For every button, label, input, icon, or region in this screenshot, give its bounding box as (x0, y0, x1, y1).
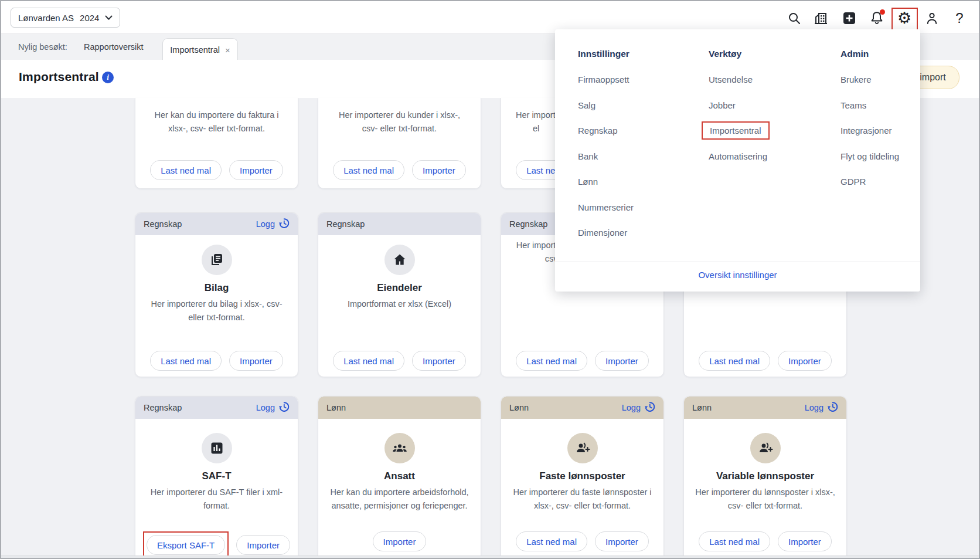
menu-item-annotation-box: Importsentral (702, 121, 770, 140)
card-title: SAF-T (135, 470, 298, 482)
page-title: Importsentral (19, 70, 99, 84)
tab-label: Importsentral (170, 45, 220, 55)
card-category-label: Regnskap (144, 219, 182, 229)
company-switch-icon[interactable] (813, 8, 831, 28)
search-icon[interactable] (785, 8, 803, 28)
card-description: Her kan du importere arbeidsforhold,ansa… (318, 486, 481, 513)
download-template-button[interactable]: Last ned mal (333, 160, 404, 180)
import-button[interactable]: Importer (595, 351, 649, 371)
menu-item-flyt-og-tildeling[interactable]: Flyt og tildeling (841, 144, 899, 170)
settings-dropdown-menu: Oversikt innstillinger InnstillingerFirm… (555, 29, 920, 292)
card-category-label: Lønn (326, 403, 346, 412)
import-button[interactable]: Importer (778, 351, 832, 371)
import-card: Her kan du importere du faktura ixlsx-, … (135, 98, 298, 189)
menu-item-teams[interactable]: Teams (841, 93, 899, 118)
menu-divider (555, 262, 920, 262)
download-template-button[interactable]: Last ned mal (150, 160, 222, 180)
logg-link[interactable]: Logg (805, 401, 838, 414)
card-actions: Last ned malImporter (135, 160, 298, 180)
recent-label: Nylig besøkt: (18, 42, 67, 52)
close-icon[interactable]: × (225, 45, 230, 55)
import-card-ansatt: Lønn AnsattHer kan du importere arbeidsf… (318, 396, 481, 556)
import-card-bilag: RegnskapLogg BilagHer importerer du bila… (135, 212, 298, 377)
chevron-down-icon (105, 12, 113, 23)
logg-link[interactable]: Logg (256, 218, 290, 231)
settings-gear-icon[interactable]: ⚙ (896, 8, 913, 28)
menu-item-utsendelse[interactable]: Utsendelse (709, 67, 770, 93)
menu-item-salg[interactable]: Salg (578, 93, 634, 118)
info-icon[interactable]: i (102, 72, 114, 83)
card-category-label: Regnskap (144, 403, 182, 412)
card-title: Ansatt (318, 470, 481, 482)
download-template-button[interactable]: Last ned mal (516, 351, 587, 371)
bottom-edge-strip (1, 555, 979, 559)
menu-item-automatisering[interactable]: Automatisering (709, 144, 770, 170)
topbar-icon-group: ⚙ ? (785, 5, 968, 31)
card-description: Importformat er xlsx (Excel) (318, 297, 481, 311)
export-saft-annotation-box: Eksport SAF-T (143, 531, 229, 556)
export-saft-button[interactable]: Eksport SAF-T (147, 535, 225, 555)
download-template-button[interactable]: Last ned mal (516, 531, 587, 551)
download-template-button[interactable]: Last ned mal (699, 351, 770, 371)
notifications-bell-icon[interactable] (868, 8, 886, 28)
card-description: Her importerer du kunder i xlsx-,csv- el… (318, 109, 481, 135)
logg-link[interactable]: Logg (256, 401, 290, 414)
add-square-icon[interactable] (841, 8, 858, 28)
download-template-button[interactable]: Last ned mal (150, 351, 222, 371)
card-actions: Importer (318, 531, 481, 551)
import-card-saf-t: RegnskapLogg SAF-THer importerer du SAF-… (135, 396, 298, 556)
help-icon[interactable]: ? (951, 8, 968, 28)
logg-link[interactable]: Logg (622, 401, 655, 414)
menu-column-header: Admin (841, 45, 899, 63)
menu-item-jobber[interactable]: Jobber (709, 93, 770, 118)
import-button[interactable]: Importer (229, 351, 283, 371)
menu-item-nummerserier[interactable]: Nummerserier (578, 195, 634, 221)
person-add-icon (567, 433, 598, 463)
menu-item-bank[interactable]: Bank (578, 144, 634, 170)
card-category-label: Regnskap (326, 219, 365, 229)
card-category-label: Regnskap (509, 219, 547, 229)
menu-item-dimensjoner[interactable]: Dimensjoner (578, 220, 634, 246)
company-selector[interactable]: Lønvarden AS 2024 (11, 8, 120, 28)
card-actions: Last ned malImporter (684, 351, 846, 371)
import-button[interactable]: Importer (778, 531, 832, 551)
download-template-button[interactable]: Last ned mal (699, 531, 770, 551)
card-actions: Last ned malImporter (684, 531, 846, 551)
company-name: Lønvarden AS (18, 13, 74, 23)
settings-overview-link[interactable]: Oversikt innstillinger (555, 270, 920, 280)
profile-person-icon[interactable] (923, 8, 941, 28)
menu-column-innstillinger: InnstillingerFirmaoppsettSalgRegnskapBan… (578, 45, 634, 246)
card-category-label: Lønn (692, 403, 712, 412)
history-icon (278, 218, 290, 231)
import-button[interactable]: Importer (236, 535, 290, 555)
import-button[interactable]: Importer (595, 531, 649, 551)
menu-column-header: Innstillinger (578, 45, 634, 63)
menu-column-header: Verktøy (709, 45, 770, 63)
menu-item-integrasjoner[interactable]: Integrasjoner (841, 118, 899, 144)
tab-importsentral[interactable]: Importsentral × (162, 38, 238, 61)
menu-item-importsentral[interactable]: Importsentral (709, 118, 770, 144)
card-title: Bilag (135, 282, 298, 294)
bar-chart-icon (202, 433, 232, 463)
card-header: Lønn (318, 397, 481, 419)
card-description: Her importerer du lønnsposter i xlsx-,cs… (684, 486, 846, 513)
download-template-button[interactable]: Last ned mal (333, 351, 404, 371)
app-window: Lønvarden AS 2024 (0, 0, 980, 559)
menu-item-gdpr[interactable]: GDPR (841, 169, 899, 195)
gear-annotation-box (891, 8, 918, 31)
card-actions: Last ned malImporter (135, 351, 298, 371)
recent-item-rapportoversikt[interactable]: Rapportoversikt (84, 42, 144, 52)
person-add-icon (750, 433, 781, 463)
menu-column-verktøy: VerktøyUtsendelseJobberImportsentralAuto… (709, 45, 770, 169)
menu-item-regnskap[interactable]: Regnskap (578, 118, 634, 144)
company-year: 2024 (80, 13, 99, 23)
import-button[interactable]: Importer (412, 351, 466, 371)
import-card-faste-l-nnsposter: LønnLogg Faste lønnsposterHer importerer… (501, 396, 664, 556)
import-button[interactable]: Importer (373, 531, 427, 551)
card-header: Regnskap (318, 213, 481, 235)
import-button[interactable]: Importer (412, 160, 466, 180)
menu-item-brukere[interactable]: Brukere (841, 67, 899, 93)
menu-item-lønn[interactable]: Lønn (578, 169, 634, 195)
import-button[interactable]: Importer (229, 160, 283, 180)
menu-item-firmaoppsett[interactable]: Firmaoppsett (578, 67, 634, 93)
